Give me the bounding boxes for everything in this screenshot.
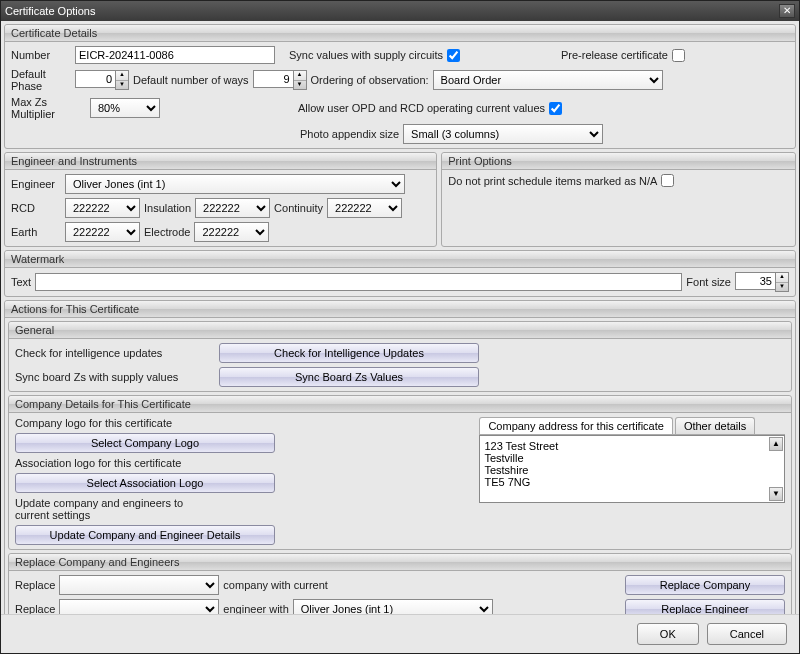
tab-company-address[interactable]: Company address for this certificate (479, 417, 672, 434)
spin-up-icon[interactable]: ▲ (776, 273, 788, 283)
replace-engineer-button[interactable]: Replace Engineer (625, 599, 785, 614)
close-icon[interactable]: ✕ (779, 4, 795, 18)
ok-button[interactable]: OK (637, 623, 699, 645)
scroll-down-icon[interactable]: ▼ (769, 487, 783, 501)
sync-values-label: Sync values with supply circuits (289, 49, 443, 61)
check-intel-label: Check for intelligence updates (15, 347, 215, 359)
spin-up-icon[interactable]: ▲ (116, 71, 128, 81)
titlebar: Certificate Options ✕ (1, 1, 799, 21)
spin-down-icon[interactable]: ▼ (776, 283, 788, 292)
company-address-box[interactable]: 123 Test Street Testville Testshire TE5 … (479, 435, 785, 503)
group-title: Company Details for This Certificate (9, 396, 791, 413)
scroll-up-icon[interactable]: ▲ (769, 437, 783, 451)
tab-other-details[interactable]: Other details (675, 417, 755, 434)
electrode-label: Electrode (144, 226, 190, 238)
group-title: Engineer and Instruments (5, 153, 436, 170)
group-actions: Actions for This Certificate General Che… (4, 300, 796, 614)
default-ways-label: Default number of ways (133, 74, 249, 86)
prerelease-label: Pre-release certificate (561, 49, 668, 61)
engineer-with-label: engineer with (223, 603, 288, 614)
maxzs-select[interactable]: 80% (90, 98, 160, 118)
group-title: Print Options (442, 153, 795, 170)
replace-label: Replace (15, 579, 55, 591)
noprint-na-checkbox[interactable] (661, 174, 674, 187)
maxzs-label: Max Zs Multiplier (11, 96, 86, 120)
ordering-select[interactable]: Board Order (433, 70, 663, 90)
spin-up-icon[interactable]: ▲ (294, 71, 306, 81)
group-company-details: Company Details for This Certificate Com… (8, 395, 792, 550)
address-line: Testshire (484, 464, 780, 476)
group-title: Replace Company and Engineers (9, 554, 791, 571)
photo-size-select[interactable]: Small (3 columns) (403, 124, 603, 144)
fontsize-input[interactable] (735, 272, 775, 290)
default-phase-spinner[interactable]: ▲▼ (75, 70, 129, 90)
fontsize-label: Font size (686, 276, 731, 288)
group-watermark: Watermark Text Font size ▲▼ (4, 250, 796, 297)
default-ways-input[interactable] (253, 70, 293, 88)
spin-down-icon[interactable]: ▼ (294, 81, 306, 90)
insulation-select[interactable]: 222222 (195, 198, 270, 218)
sync-values-checkbox[interactable] (447, 49, 460, 62)
replace-company-select[interactable] (59, 575, 219, 595)
replace-label: Replace (15, 603, 55, 614)
group-certificate-details: Certificate Details Number Sync values w… (4, 24, 796, 149)
earth-select[interactable]: 222222 (65, 222, 140, 242)
check-intel-button[interactable]: Check for Intelligence Updates (219, 343, 479, 363)
address-line: 123 Test Street (484, 440, 780, 452)
content-area: Certificate Details Number Sync values w… (1, 21, 799, 614)
group-replace: Replace Company and Engineers Replace co… (8, 553, 792, 614)
address-line: TE5 7NG (484, 476, 780, 488)
allow-opd-label: Allow user OPD and RCD operating current… (298, 102, 545, 114)
noprint-na-label: Do not print schedule items marked as N/… (448, 175, 657, 187)
number-label: Number (11, 49, 71, 61)
select-company-logo-button[interactable]: Select Company Logo (15, 433, 275, 453)
electrode-select[interactable]: 222222 (194, 222, 269, 242)
default-ways-spinner[interactable]: ▲▼ (253, 70, 307, 90)
group-print-options: Print Options Do not print schedule item… (441, 152, 796, 247)
photo-size-label: Photo appendix size (300, 128, 399, 140)
earth-label: Earth (11, 226, 61, 238)
company-with-label: company with current (223, 579, 328, 591)
default-phase-input[interactable] (75, 70, 115, 88)
insulation-label: Insulation (144, 202, 191, 214)
sync-board-button[interactable]: Sync Board Zs Values (219, 367, 479, 387)
group-title: Certificate Details (5, 25, 795, 42)
allow-opd-checkbox[interactable] (549, 102, 562, 115)
rcd-label: RCD (11, 202, 61, 214)
group-title: Actions for This Certificate (5, 301, 795, 318)
update-company-label: Update company and engineers to current … (15, 497, 215, 521)
continuity-select[interactable]: 222222 (327, 198, 402, 218)
company-logo-label: Company logo for this certificate (15, 417, 215, 429)
group-title: General (9, 322, 791, 339)
number-input[interactable] (75, 46, 275, 64)
continuity-label: Continuity (274, 202, 323, 214)
replace-engineer-from-select[interactable] (59, 599, 219, 614)
group-engineer-instruments: Engineer and Instruments Engineer Oliver… (4, 152, 437, 247)
replace-company-button[interactable]: Replace Company (625, 575, 785, 595)
company-tabs: Company address for this certificate Oth… (479, 417, 785, 435)
watermark-text-label: Text (11, 276, 31, 288)
window-title: Certificate Options (5, 5, 779, 17)
sync-board-label: Sync board Zs with supply values (15, 371, 215, 383)
assoc-logo-label: Association logo for this certificate (15, 457, 215, 469)
group-general: General Check for intelligence updates C… (8, 321, 792, 392)
select-assoc-logo-button[interactable]: Select Association Logo (15, 473, 275, 493)
engineer-select[interactable]: Oliver Jones (int 1) (65, 174, 405, 194)
ordering-label: Ordering of observation: (311, 74, 429, 86)
update-company-button[interactable]: Update Company and Engineer Details (15, 525, 275, 545)
spin-down-icon[interactable]: ▼ (116, 81, 128, 90)
replace-engineer-to-select[interactable]: Oliver Jones (int 1) (293, 599, 493, 614)
cancel-button[interactable]: Cancel (707, 623, 787, 645)
footer: OK Cancel (1, 614, 799, 653)
group-title: Watermark (5, 251, 795, 268)
default-phase-label: Default Phase (11, 68, 71, 92)
fontsize-spinner[interactable]: ▲▼ (735, 272, 789, 292)
rcd-select[interactable]: 222222 (65, 198, 140, 218)
window: Certificate Options ✕ Certificate Detail… (0, 0, 800, 654)
engineer-label: Engineer (11, 178, 61, 190)
address-line: Testville (484, 452, 780, 464)
prerelease-checkbox[interactable] (672, 49, 685, 62)
watermark-text-input[interactable] (35, 273, 682, 291)
